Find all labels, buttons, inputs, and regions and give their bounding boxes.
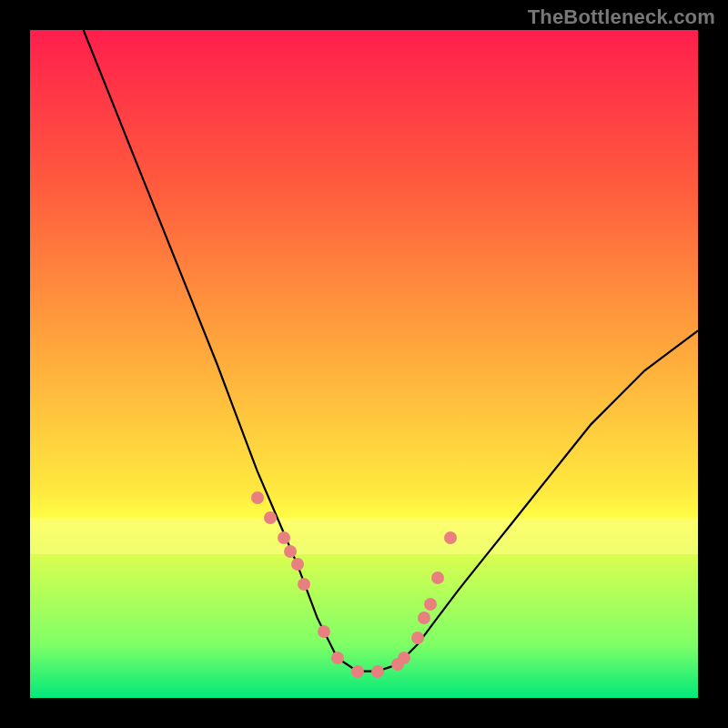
sample-dot <box>264 511 277 524</box>
sample-dot <box>431 571 444 584</box>
watermark-text: TheBottleneck.com <box>528 5 715 29</box>
sample-dot <box>351 665 364 678</box>
sample-dot <box>398 652 410 664</box>
sample-dot <box>284 545 297 558</box>
sample-dot <box>418 612 430 624</box>
bottleneck-curve <box>30 30 698 698</box>
chart-plot-area <box>30 30 698 698</box>
sample-dot <box>251 491 264 504</box>
sample-dot <box>331 652 344 664</box>
sample-dot <box>278 531 290 544</box>
sample-dot <box>371 665 384 678</box>
sample-dot <box>291 558 304 571</box>
sample-dot <box>411 632 424 644</box>
sample-dot <box>318 625 330 638</box>
